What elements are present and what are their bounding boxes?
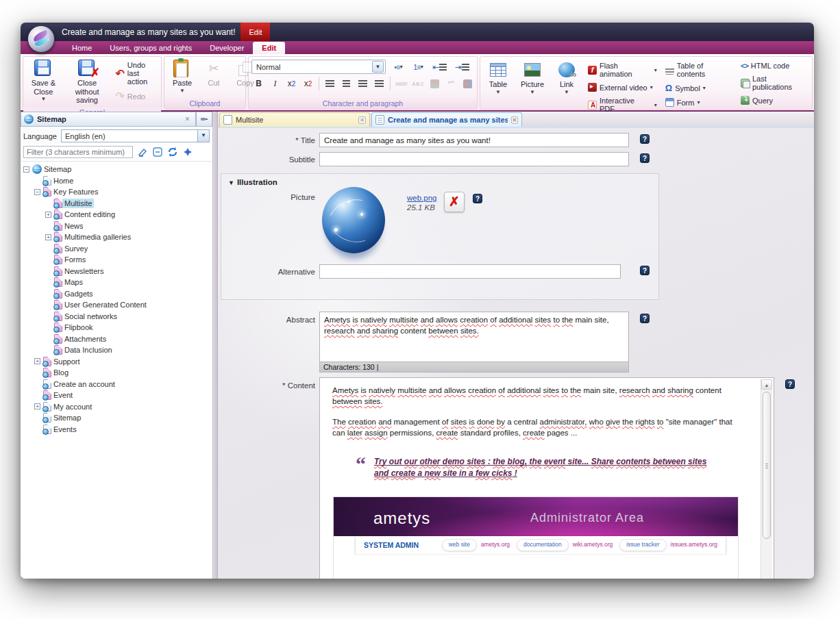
- help-icon[interactable]: ?: [640, 314, 650, 323]
- expand-icon[interactable]: +: [45, 212, 51, 218]
- tree-item-news[interactable]: News: [21, 220, 212, 232]
- quote-button[interactable]: ❝❞: [444, 77, 458, 90]
- paste-button[interactable]: Paste▼: [167, 58, 197, 95]
- alternative-input[interactable]: [319, 264, 621, 279]
- justify-button[interactable]: [372, 77, 386, 90]
- expand-icon[interactable]: +: [34, 403, 40, 409]
- italic-button[interactable]: I: [268, 77, 282, 90]
- abbreviation-button[interactable]: ABBR: [394, 77, 409, 90]
- tree-item-sitemap[interactable]: Sitemap: [21, 412, 212, 424]
- help-icon[interactable]: ?: [640, 266, 650, 275]
- ribbon-tab-edit[interactable]: Edit: [253, 42, 285, 54]
- close-tab-icon[interactable]: ✕: [358, 116, 366, 124]
- content-scrollbar[interactable]: ▲: [761, 379, 772, 579]
- flash-animation-button[interactable]: fFlash animation▾: [586, 61, 659, 79]
- panel-splitter[interactable]: [213, 112, 218, 579]
- tree-item-flipbook[interactable]: Flipbook: [21, 322, 212, 333]
- expand-icon[interactable]: +: [34, 358, 40, 364]
- tree-item-attachments[interactable]: Attachments: [21, 333, 212, 345]
- refresh-icon[interactable]: [167, 147, 178, 157]
- help-icon[interactable]: ?: [473, 194, 482, 203]
- ribbon-tab-users-groups-rights[interactable]: Users, groups and rights: [101, 42, 201, 54]
- close-tab-icon[interactable]: ✕: [511, 116, 518, 124]
- tree-item-create-an-account[interactable]: Create an account: [21, 379, 212, 390]
- tree-item-events[interactable]: Events: [21, 424, 212, 435]
- scroll-up-icon[interactable]: ▲: [761, 379, 772, 390]
- close-without-saving-button[interactable]: ✗ Close without saving: [62, 58, 112, 106]
- tree-item-maps[interactable]: Maps: [21, 277, 212, 288]
- tree-item-newsletters[interactable]: Newsletters: [21, 266, 212, 277]
- ribbon-tab-home[interactable]: Home: [63, 42, 101, 54]
- save-and-close-button[interactable]: Save & Close▼: [26, 58, 61, 103]
- tree-item-survey[interactable]: Survey: [21, 243, 212, 255]
- external-video-button[interactable]: External video▾: [586, 82, 659, 92]
- tree-item-content-editing[interactable]: +Content editing: [21, 209, 212, 220]
- tree-item-my-account[interactable]: +My account: [21, 401, 212, 413]
- illustration-legend[interactable]: ▼Illustration: [228, 178, 277, 186]
- content-rich-editor[interactable]: Ametys is natively multisite and allows …: [319, 377, 774, 579]
- tree-item-multisite[interactable]: Multisite: [21, 198, 212, 210]
- collapse-icon[interactable]: −: [23, 166, 29, 173]
- subtitle-input[interactable]: [319, 152, 629, 166]
- panel-close-button[interactable]: ✕: [182, 114, 193, 124]
- undo-button[interactable]: ↶Undo last action: [113, 60, 158, 86]
- clear-filter-icon[interactable]: [137, 147, 148, 157]
- ribbon-tab-developer[interactable]: Developer: [201, 42, 253, 54]
- outdent-button[interactable]: ⇤: [431, 60, 448, 74]
- language-part-button[interactable]: [428, 77, 442, 90]
- insert-link-button[interactable]: Link▼: [552, 60, 582, 97]
- language-select[interactable]: English (en) ▼: [61, 129, 210, 142]
- symbol-button[interactable]: ΩSymbol▾: [663, 82, 734, 94]
- doc-tab-create-and-manage[interactable]: Create and manage as many sites as ✕: [371, 112, 522, 127]
- tree-item-blog[interactable]: Blog: [21, 367, 212, 379]
- tree-item-user-generated-content[interactable]: User Generated Content: [21, 299, 212, 311]
- collapse-icon[interactable]: −: [34, 189, 40, 195]
- superscript-button[interactable]: x2: [301, 77, 315, 90]
- abstract-textarea[interactable]: Ametys is natively multisite and allows …: [319, 312, 629, 362]
- acronym-button[interactable]: A.B.C: [411, 77, 425, 90]
- tree-item-gadgets[interactable]: Gadgets: [21, 288, 212, 300]
- align-center-button[interactable]: [339, 77, 354, 90]
- title-input[interactable]: [319, 133, 629, 147]
- tree-item-social-networks[interactable]: Social networks: [21, 311, 212, 323]
- tree-filter-input[interactable]: [23, 146, 133, 158]
- text-direction-button[interactable]: [460, 77, 475, 90]
- screenshot-admin-bar: SYSTEM ADMIN web site ametys.org documen…: [356, 536, 726, 554]
- help-icon[interactable]: ?: [785, 379, 795, 389]
- tools-icon[interactable]: [182, 147, 193, 157]
- picture-file-link[interactable]: web.png: [407, 194, 436, 202]
- panel-pin-button[interactable]: [196, 112, 212, 127]
- scrollbar-thumb[interactable]: [763, 392, 771, 539]
- subscript-button[interactable]: x2: [284, 77, 299, 90]
- copy-button[interactable]: Copy: [230, 58, 260, 89]
- align-left-button[interactable]: [323, 77, 337, 90]
- help-icon[interactable]: ?: [640, 134, 650, 144]
- cut-button[interactable]: ✂ Cut: [199, 58, 229, 89]
- insert-table-button[interactable]: Table▼: [483, 60, 513, 97]
- tree-item-support[interactable]: +Support: [21, 356, 212, 368]
- table-of-contents-button[interactable]: Table of contents: [663, 61, 734, 79]
- doc-tab-multisite[interactable]: Multisite ✕: [219, 112, 370, 127]
- html-code-button[interactable]: <>HTML code: [739, 61, 809, 71]
- tree-item-sitemap[interactable]: −Sitemap: [21, 164, 212, 175]
- numbered-list-button[interactable]: 1≡▾: [411, 60, 425, 74]
- tree-item-home[interactable]: Home: [21, 175, 212, 187]
- collapse-all-icon[interactable]: [152, 147, 163, 157]
- help-icon[interactable]: ?: [640, 153, 650, 163]
- form-button[interactable]: Form▾: [663, 97, 734, 108]
- bullet-list-button[interactable]: •≡▾: [391, 60, 406, 74]
- tree-item-data-inclusion[interactable]: Data Inclusion: [21, 344, 212, 356]
- query-button[interactable]: Query: [739, 95, 809, 105]
- align-right-button[interactable]: [356, 77, 370, 90]
- expand-icon[interactable]: +: [45, 234, 51, 240]
- insert-picture-button[interactable]: Picture▼: [517, 60, 547, 97]
- last-publications-button[interactable]: Last publications: [739, 74, 809, 92]
- tree-item-key-features[interactable]: −Key Features: [21, 186, 212, 198]
- paragraph-style-select[interactable]: Normal ▼: [251, 60, 386, 74]
- tree-item-forms[interactable]: Forms: [21, 254, 212, 266]
- delete-picture-button[interactable]: ✗: [444, 192, 465, 212]
- tree-item-event[interactable]: Event: [21, 390, 212, 401]
- indent-button[interactable]: ⇥: [454, 60, 471, 74]
- redo-button[interactable]: ↷Redo: [113, 89, 158, 103]
- tree-item-multimedia-galleries[interactable]: +Multimedia galleries: [21, 231, 212, 243]
